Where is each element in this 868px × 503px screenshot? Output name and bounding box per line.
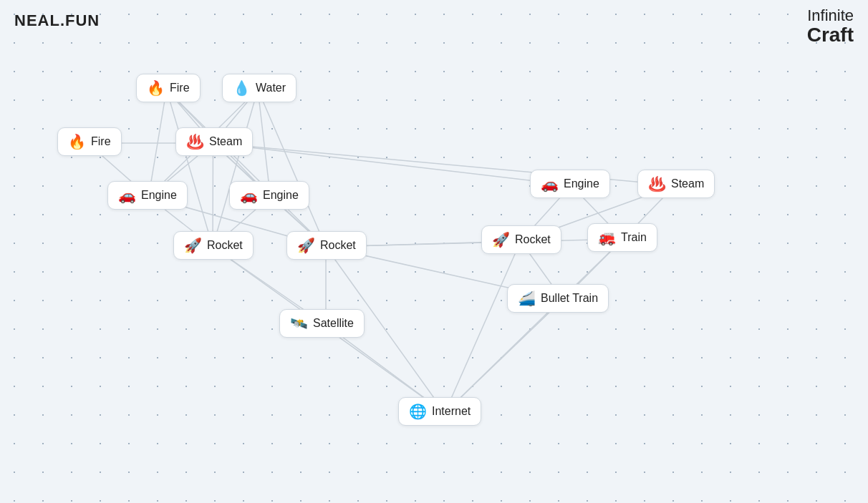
steam2-label: Steam bbox=[671, 177, 704, 190]
node-rocket2[interactable]: 🚀Rocket bbox=[286, 231, 367, 260]
logo-infinite-craft: Infinite Craft bbox=[807, 7, 854, 47]
craft-text: Craft bbox=[807, 24, 854, 47]
node-steam1[interactable]: ♨️Steam bbox=[175, 127, 253, 156]
connection-water1-rocket2 bbox=[258, 89, 326, 247]
connection-water1-rocket1 bbox=[213, 89, 258, 247]
fire2-label: Fire bbox=[91, 135, 111, 148]
satellite1-emoji: 🛰️ bbox=[290, 315, 308, 332]
train1-emoji: 🚒 bbox=[598, 229, 616, 246]
connection-steam1-engine3 bbox=[213, 143, 572, 185]
connection-rocket2-train1 bbox=[326, 239, 623, 247]
connection-fire1-rocket2 bbox=[167, 89, 327, 247]
node-water1[interactable]: 💧Water bbox=[222, 74, 296, 102]
node-engine3[interactable]: 🚗Engine bbox=[530, 170, 610, 198]
node-fire1[interactable]: 🔥Fire bbox=[136, 74, 201, 102]
bullettrain1-label: Bullet Train bbox=[541, 292, 598, 305]
engine1-emoji: 🚗 bbox=[118, 187, 136, 204]
engine3-emoji: 🚗 bbox=[541, 175, 559, 192]
satellite1-label: Satellite bbox=[313, 317, 354, 330]
rocket1-emoji: 🚀 bbox=[184, 237, 202, 254]
node-internet1[interactable]: 🌐Internet bbox=[398, 397, 481, 426]
node-bullettrain1[interactable]: 🚄Bullet Train bbox=[507, 284, 609, 313]
engine2-emoji: 🚗 bbox=[240, 187, 258, 204]
connection-fire1-rocket1 bbox=[167, 89, 213, 247]
engine2-label: Engine bbox=[263, 189, 299, 202]
bullettrain1-emoji: 🚄 bbox=[518, 290, 536, 307]
engine3-label: Engine bbox=[564, 177, 599, 190]
connection-rocket3-internet1 bbox=[445, 241, 521, 413]
water1-emoji: 💧 bbox=[233, 79, 251, 97]
internet1-emoji: 🌐 bbox=[409, 403, 427, 420]
train1-label: Train bbox=[621, 231, 647, 244]
fire2-emoji: 🔥 bbox=[68, 133, 86, 150]
logo-neal: NEAL.FUN bbox=[14, 11, 100, 30]
node-train1[interactable]: 🚒Train bbox=[587, 223, 657, 252]
steam2-emoji: ♨️ bbox=[648, 175, 666, 192]
connections-svg bbox=[0, 0, 868, 503]
internet1-label: Internet bbox=[432, 405, 471, 418]
node-engine2[interactable]: 🚗Engine bbox=[229, 181, 309, 210]
rocket2-label: Rocket bbox=[320, 239, 356, 252]
fire1-emoji: 🔥 bbox=[147, 79, 165, 97]
rocket3-label: Rocket bbox=[515, 233, 551, 246]
node-steam2[interactable]: ♨️Steam bbox=[637, 170, 715, 198]
fire1-label: Fire bbox=[170, 82, 190, 94]
water1-label: Water bbox=[256, 82, 286, 94]
node-rocket1[interactable]: 🚀Rocket bbox=[173, 231, 254, 260]
node-fire2[interactable]: 🔥Fire bbox=[57, 127, 122, 156]
node-engine1[interactable]: 🚗Engine bbox=[107, 181, 188, 210]
infinite-text: Infinite bbox=[807, 7, 854, 24]
steam1-label: Steam bbox=[209, 135, 242, 148]
rocket2-emoji: 🚀 bbox=[297, 237, 315, 254]
node-rocket3[interactable]: 🚀Rocket bbox=[481, 225, 561, 254]
connection-bullettrain1-internet1 bbox=[445, 300, 563, 413]
rocket3-emoji: 🚀 bbox=[492, 231, 510, 248]
rocket1-label: Rocket bbox=[207, 239, 243, 252]
engine1-label: Engine bbox=[141, 189, 177, 202]
steam1-emoji: ♨️ bbox=[186, 133, 204, 150]
node-satellite1[interactable]: 🛰️Satellite bbox=[279, 309, 365, 338]
connection-train1-internet1 bbox=[445, 239, 623, 413]
